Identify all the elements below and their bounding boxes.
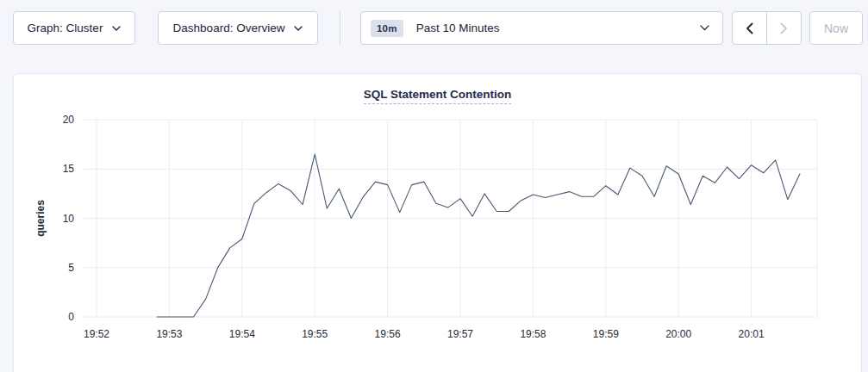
svg-text:19:59: 19:59 — [593, 328, 619, 340]
chart-title-row: SQL Statement Contention — [14, 86, 861, 104]
contention-chart[interactable]: 0510152019:5219:5319:5419:5519:5619:5719… — [14, 74, 863, 371]
svg-text:15: 15 — [63, 163, 75, 175]
chart-card: SQL Statement Contention 0510152019:5219… — [13, 73, 862, 372]
time-range-picker[interactable]: 10m Past 10 Minutes — [360, 11, 723, 45]
svg-text:19:54: 19:54 — [229, 328, 255, 340]
time-range-label: Past 10 Minutes — [416, 22, 500, 34]
chart-title[interactable]: SQL Statement Contention — [364, 88, 512, 104]
svg-text:10: 10 — [63, 213, 75, 225]
now-button[interactable]: Now — [809, 11, 863, 45]
svg-text:queries: queries — [34, 200, 47, 237]
svg-text:20:00: 20:00 — [665, 328, 691, 340]
chevron-right-icon — [780, 22, 788, 34]
svg-text:19:53: 19:53 — [156, 328, 182, 340]
chevron-left-icon — [746, 22, 753, 34]
dashboard-dropdown-label: Dashboard: Overview — [173, 22, 285, 34]
svg-text:20:01: 20:01 — [739, 328, 765, 340]
toolbar-divider — [340, 11, 340, 45]
svg-text:19:55: 19:55 — [302, 328, 328, 340]
svg-text:0: 0 — [68, 311, 74, 323]
chevron-down-icon — [700, 25, 709, 31]
svg-text:5: 5 — [68, 262, 74, 274]
svg-text:19:56: 19:56 — [375, 328, 401, 340]
chevron-down-icon — [112, 26, 121, 31]
prev-time-button[interactable] — [733, 12, 766, 44]
svg-text:19:58: 19:58 — [520, 328, 546, 340]
graph-dropdown[interactable]: Graph: Cluster — [13, 11, 135, 45]
dashboard-dropdown[interactable]: Dashboard: Overview — [158, 11, 318, 45]
chevron-down-icon — [294, 26, 303, 31]
time-range-badge: 10m — [371, 20, 403, 37]
svg-text:19:52: 19:52 — [84, 328, 109, 340]
graph-dropdown-label: Graph: Cluster — [28, 22, 103, 34]
svg-text:19:57: 19:57 — [447, 328, 473, 340]
toolbar: Graph: Cluster Dashboard: Overview 10m P… — [13, 11, 863, 45]
time-nav-group — [732, 11, 802, 45]
svg-text:20: 20 — [63, 114, 75, 126]
next-time-button[interactable] — [766, 12, 801, 44]
